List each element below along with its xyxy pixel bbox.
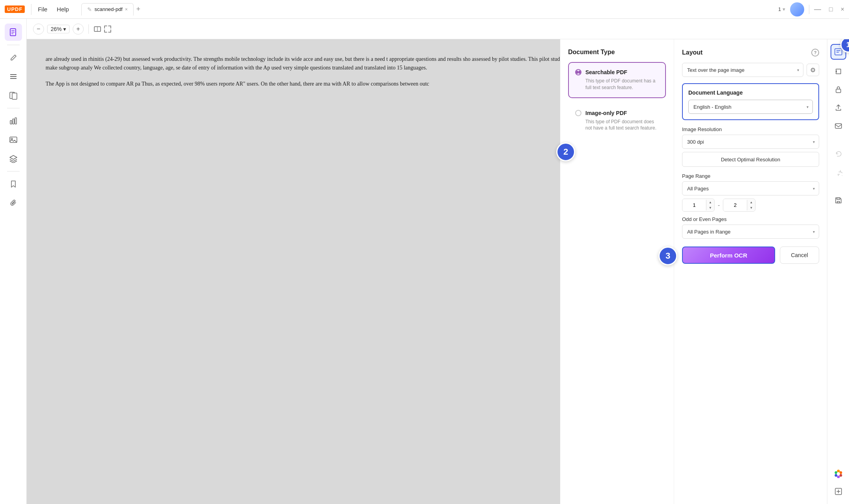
right-icon-lock[interactable]: [831, 82, 846, 97]
zoom-value[interactable]: 26% ▾: [47, 25, 70, 33]
perform-ocr-btn[interactable]: Perform OCR: [682, 247, 775, 264]
help-icon[interactable]: ?: [811, 49, 819, 57]
pdf-view: are already used in rhinitis (24-29) but…: [27, 39, 827, 504]
titlebar-right-divider: [809, 5, 809, 14]
searchable-pdf-option[interactable]: Searchable PDF This type of PDF document…: [568, 62, 666, 98]
sidebar-divider-3: [7, 171, 20, 172]
page-from-down[interactable]: ▼: [706, 205, 714, 211]
sidebar-icon-list[interactable]: [5, 68, 22, 85]
range-from-input[interactable]: 1 ▲ ▼: [682, 199, 715, 212]
page-to-up[interactable]: ▲: [747, 200, 755, 205]
page-range-select[interactable]: All Pages ▾: [682, 181, 819, 195]
right-icon-updf-logo[interactable]: [831, 466, 846, 481]
svg-point-37: [837, 476, 840, 478]
sidebar-icon-image[interactable]: [5, 131, 22, 148]
right-icon-redo[interactable]: [831, 164, 846, 180]
action-row: 3 Perform OCR Cancel: [682, 247, 819, 264]
searchable-pdf-desc: This type of PDF document has a full tex…: [575, 78, 659, 91]
svg-rect-27: [835, 49, 842, 55]
right-icon-save[interactable]: [831, 192, 846, 208]
ocr-panel: Document Type Searchable PDF This type o…: [560, 39, 827, 504]
toolbar: − 26% ▾ +: [27, 19, 849, 39]
user-avatar[interactable]: [790, 2, 804, 16]
odd-even-section: Odd or Even Pages All Pages in Range ▾: [682, 216, 819, 239]
sidebar-icon-bookmark[interactable]: [5, 175, 22, 193]
image-only-pdf-radio[interactable]: [575, 110, 581, 116]
titlebar: UPDF File Help ✎ scanned-pdf × + 1 ▾ — □…: [0, 0, 849, 19]
tab-scanned-pdf[interactable]: ✎ scanned-pdf ×: [81, 3, 134, 16]
svg-rect-10: [13, 119, 14, 124]
tab-close-btn[interactable]: ×: [125, 7, 128, 12]
image-only-pdf-desc: This type of PDF document does not have …: [575, 119, 659, 132]
sidebar-icon-doc[interactable]: [5, 24, 22, 41]
page-to-field[interactable]: 2: [723, 199, 747, 211]
titlebar-menu: File Help: [38, 6, 69, 13]
doc-language-title: Document Language: [688, 89, 813, 96]
range-to-input[interactable]: 2 ▲ ▼: [723, 199, 755, 212]
detect-resolution-btn[interactable]: Detect Optimal Resolution: [682, 152, 819, 167]
zoom-in-btn[interactable]: +: [73, 24, 84, 35]
doc-type-title: Document Type: [568, 49, 666, 56]
toolbar-extra: [94, 25, 112, 33]
sidebar-icon-chart[interactable]: [5, 112, 22, 130]
language-select-arrow: ▾: [807, 105, 809, 109]
fit-page-icon[interactable]: [104, 25, 112, 33]
odd-even-arrow: ▾: [813, 230, 815, 234]
language-select[interactable]: English - English ▾: [688, 100, 813, 114]
left-sidebar: [0, 19, 27, 504]
layout-gear-btn[interactable]: ⚙: [807, 64, 819, 76]
tab-name: scanned-pdf: [94, 6, 123, 12]
zoom-out-btn[interactable]: −: [33, 24, 44, 35]
tab-add-btn[interactable]: +: [134, 5, 143, 14]
layout-select[interactable]: Text over the page image ▾: [682, 63, 803, 77]
layout-title: Layout ?: [682, 49, 819, 57]
tab-icon: ✎: [87, 6, 92, 13]
range-inputs: 1 ▲ ▼ - 2: [682, 199, 819, 212]
image-only-pdf-header: Image-only PDF: [575, 110, 659, 116]
svg-rect-9: [10, 121, 12, 124]
svg-point-34: [837, 470, 840, 473]
searchable-pdf-radio[interactable]: [575, 69, 581, 75]
page-from-up[interactable]: ▲: [706, 200, 714, 205]
searchable-pdf-header: Searchable PDF: [575, 69, 659, 75]
sidebar-icon-pages[interactable]: [5, 87, 22, 104]
content-area: are already used in rhinitis (24-29) but…: [27, 39, 849, 504]
minimize-btn[interactable]: —: [814, 5, 821, 13]
sidebar-icon-edit[interactable]: [5, 49, 22, 66]
svg-rect-11: [15, 118, 17, 124]
resolution-select[interactable]: 300 dpi ▾: [682, 135, 819, 149]
resolution-arrow: ▾: [813, 140, 815, 144]
menu-help[interactable]: Help: [57, 6, 69, 13]
right-sidebar: 1: [827, 39, 849, 504]
layout-section: Layout ? Text over the page image ▾ ⚙: [674, 39, 827, 504]
sidebar-divider-2: [7, 108, 20, 108]
menu-file[interactable]: File: [38, 6, 47, 13]
fit-width-icon[interactable]: [94, 25, 101, 33]
titlebar-divider: [31, 4, 31, 15]
titlebar-right: 1 ▾ — □ ×: [778, 2, 844, 16]
layout-select-row: Text over the page image ▾ ⚙: [682, 63, 819, 77]
page-from-field[interactable]: 1: [682, 199, 706, 211]
right-icon-bottom[interactable]: [831, 484, 846, 499]
svg-point-40: [837, 472, 840, 475]
resolution-label: Image Resolution: [682, 126, 819, 132]
odd-even-label: Odd or Even Pages: [682, 216, 819, 222]
cancel-btn[interactable]: Cancel: [780, 247, 819, 264]
image-only-pdf-option[interactable]: Image-only PDF This type of PDF document…: [568, 103, 666, 139]
close-btn[interactable]: ×: [841, 6, 844, 13]
page-to-down[interactable]: ▼: [747, 205, 755, 211]
odd-even-select[interactable]: All Pages in Range ▾: [682, 225, 819, 239]
sidebar-icon-attach[interactable]: [5, 194, 22, 212]
page-range-label: Page Range: [682, 173, 819, 179]
resolution-row: 300 dpi ▾: [682, 135, 819, 149]
svg-rect-30: [836, 89, 841, 93]
step1-area: 1: [827, 44, 849, 60]
right-icon-undo[interactable]: [831, 146, 846, 162]
step3-badge: 3: [658, 247, 677, 265]
maximize-btn[interactable]: □: [829, 6, 833, 13]
right-icon-mail[interactable]: [831, 118, 846, 133]
page-indicator: 1 ▾: [778, 6, 785, 12]
sidebar-icon-layers[interactable]: [5, 150, 22, 167]
right-icon-convert[interactable]: [831, 64, 846, 79]
right-icon-share[interactable]: [831, 100, 846, 115]
